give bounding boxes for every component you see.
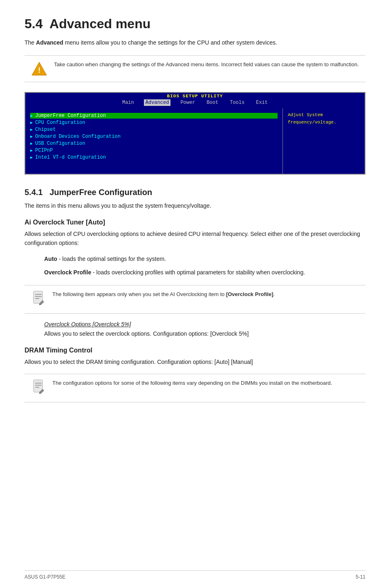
bios-screenshot: BIOS SETUP UTILITY Main Advanced Power B… xyxy=(25,92,365,175)
warning-icon: ! xyxy=(31,61,47,77)
page-title: 5.4 Advanced menu xyxy=(25,16,365,31)
section-541-desc: The items in this menu allows you to adj… xyxy=(25,201,365,210)
dram-timing-heading: DRAM Timing Control xyxy=(25,347,365,354)
bios-item-chipset: ▶Chipset xyxy=(30,127,278,132)
note-box-2: The configuration options for some of th… xyxy=(25,374,365,402)
auto-option: Auto - loads the optimal settings for th… xyxy=(44,254,365,264)
bios-item-usb: ▶USB Configuration xyxy=(30,141,278,146)
note-icon-2 xyxy=(31,379,46,397)
overclock-profile-option: Overclock Profile - loads overclocking p… xyxy=(44,268,365,278)
bios-item-intelvtd: ▶Intel VT-d Configuration xyxy=(30,155,278,160)
footer-product: ASUS G1-P7P55E xyxy=(25,574,65,580)
note-icon-1 xyxy=(31,290,46,308)
bios-item-cpu: ▶CPU Configuration xyxy=(30,120,278,126)
bios-menu-items: Main Advanced Power Boot Tools Exit xyxy=(117,99,273,106)
ai-overclock-heading: Ai Overclock Tuner [Auto] xyxy=(25,219,365,226)
footer-page: 5-11 xyxy=(356,574,365,580)
svg-text:!: ! xyxy=(38,66,40,74)
note-text-1: The following item appears only when you… xyxy=(52,290,275,299)
advanced-bold: Advanced xyxy=(36,39,63,46)
overclock-options-heading: Overclock Options [Overclock 5%] xyxy=(44,321,365,328)
bios-menubar: BIOS SETUP UTILITY Main Advanced Power B… xyxy=(25,93,365,107)
bios-body: ▶JumperFree Configuration ▶CPU Configura… xyxy=(25,108,365,174)
bios-item-jumperfree: ▶JumperFree Configuration xyxy=(30,113,278,119)
note-box-1: The following item appears only when you… xyxy=(25,285,365,314)
page-footer: ASUS G1-P7P55E 5-11 xyxy=(25,570,365,580)
bios-item-pcipnp: ▶PCIPnP xyxy=(30,148,278,153)
bios-menu-tools: Tools xyxy=(228,99,246,106)
bios-item-onboard: ▶Onboard Devices Configuration xyxy=(30,134,278,139)
bios-right-panel: Adjust System frequency/voltage. xyxy=(283,108,365,174)
bios-menu-power: Power xyxy=(179,99,197,106)
bios-left-panel: ▶JumperFree Configuration ▶CPU Configura… xyxy=(25,108,283,174)
bios-menu-main: Main xyxy=(121,99,136,106)
bios-menu-advanced: Advanced xyxy=(144,99,171,106)
section-541-header: 5.4.1 JumperFree Configuration xyxy=(25,188,365,197)
note-text-2: The configuration options for some of th… xyxy=(52,379,332,388)
ai-overclock-desc: Allows selection of CPU overclocking opt… xyxy=(25,229,365,248)
warning-box: ! Take caution when changing the setting… xyxy=(25,55,365,82)
warning-text: Take caution when changing the settings … xyxy=(54,61,359,69)
bios-menu-exit: Exit xyxy=(254,99,269,106)
dram-timing-desc: Allows you to select the DRAM timing con… xyxy=(25,357,365,366)
bios-title: BIOS SETUP UTILITY xyxy=(167,94,223,99)
bios-menu-boot: Boot xyxy=(205,99,220,106)
intro-paragraph: The Advanced menu items allow you to cha… xyxy=(25,38,365,47)
overclock-options-desc: Allows you to select the overclock optio… xyxy=(44,329,365,338)
